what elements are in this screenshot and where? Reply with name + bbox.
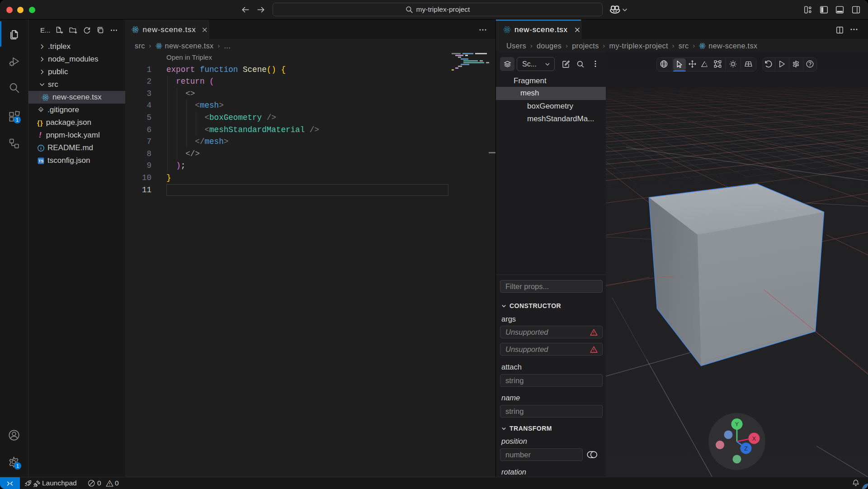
svg-text:TS: TS bbox=[38, 159, 43, 163]
svg-text:Y: Y bbox=[735, 421, 739, 427]
svg-text:X: X bbox=[752, 436, 756, 442]
svg-text:Z: Z bbox=[744, 446, 748, 452]
